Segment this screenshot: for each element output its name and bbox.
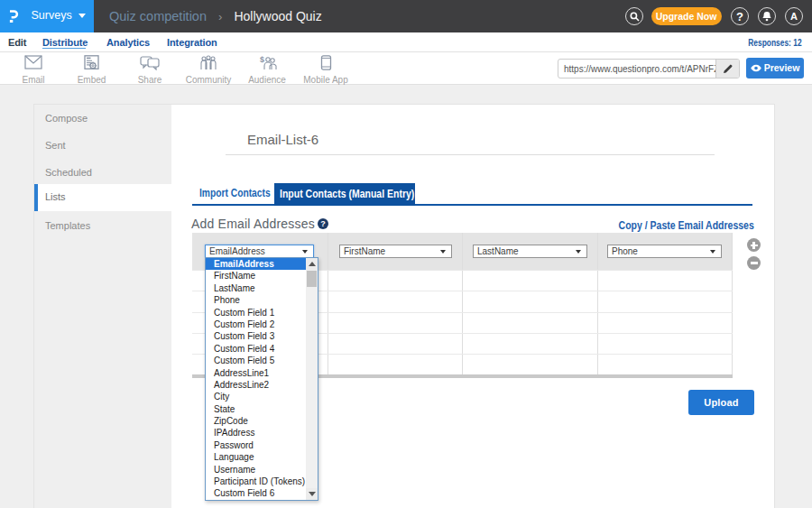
- svg-text:$: $: [260, 55, 264, 64]
